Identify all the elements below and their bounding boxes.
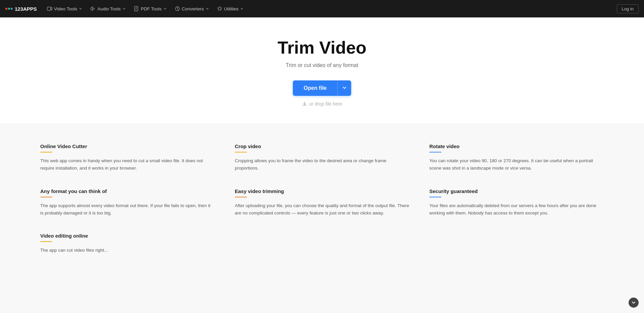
chevron-down-icon5 bbox=[240, 7, 244, 10]
feature-card: Security guaranteedYour files are automa… bbox=[429, 188, 604, 217]
feature-title: Rotate video bbox=[429, 143, 604, 149]
feature-card: Online Video CutterThis web app comes in… bbox=[40, 143, 215, 172]
chevron-down-icon3 bbox=[163, 7, 167, 10]
nav-converters-label: Converters bbox=[182, 6, 204, 11]
feature-body: This web app comes in handy when you nee… bbox=[40, 157, 215, 172]
chevron-down-icon4 bbox=[206, 7, 209, 10]
features-grid: Online Video CutterThis web app comes in… bbox=[40, 143, 604, 254]
page-subtitle: Trim or cut video of any format bbox=[7, 62, 637, 68]
brand-logo[interactable]: 123APPS bbox=[5, 6, 37, 12]
feature-card: Easy video trimmingAfter uploading your … bbox=[235, 188, 409, 217]
feature-card: Video editing onlineThe app can cut vide… bbox=[40, 233, 215, 254]
chevron-down-icon bbox=[79, 7, 82, 10]
feature-underline bbox=[40, 152, 52, 152]
feature-underline bbox=[429, 152, 441, 152]
drop-hint-text: or drop file here bbox=[309, 101, 342, 107]
feature-underline bbox=[40, 197, 52, 197]
nav-pdf-tools[interactable]: PDF Tools bbox=[130, 4, 170, 13]
feature-body: Cropping allows you to frame the video t… bbox=[235, 157, 409, 172]
feature-body: The app supports almost every video form… bbox=[40, 202, 215, 217]
dot-blue bbox=[11, 8, 13, 10]
nav-utilities[interactable]: Utilities bbox=[214, 4, 247, 13]
drop-hint: or drop file here bbox=[7, 101, 637, 107]
open-file-main-button[interactable]: Open file bbox=[293, 80, 337, 96]
nav-audio-tools-label: Audio Tools bbox=[97, 6, 121, 11]
feature-underline bbox=[235, 197, 247, 197]
nav-converters[interactable]: Converters bbox=[171, 4, 212, 13]
login-button[interactable]: Log in bbox=[617, 4, 639, 13]
nav-video-tools[interactable]: Video Tools bbox=[44, 4, 86, 13]
feature-title: Any format you can think of bbox=[40, 188, 215, 194]
nav-utilities-label: Utilities bbox=[224, 6, 239, 11]
nav-pdf-tools-label: PDF Tools bbox=[141, 6, 162, 11]
nav-video-tools-label: Video Tools bbox=[54, 6, 77, 11]
features-section: Online Video CutterThis web app comes in… bbox=[0, 123, 644, 267]
dot-green bbox=[8, 8, 10, 10]
page-title: Trim Video bbox=[7, 38, 637, 58]
chevron-down-icon2 bbox=[122, 7, 126, 10]
feature-title: Crop video bbox=[235, 143, 409, 149]
nav-items: Video Tools Audio Tools PDF Tools bbox=[44, 4, 617, 13]
svg-rect-0 bbox=[47, 7, 51, 10]
video-icon bbox=[47, 6, 52, 11]
feature-title: Online Video Cutter bbox=[40, 143, 215, 149]
feature-underline bbox=[429, 197, 441, 197]
logo-dots bbox=[5, 8, 13, 10]
dot-red bbox=[5, 8, 7, 10]
chevron-down-icon-white bbox=[342, 86, 346, 90]
feature-title: Easy video trimming bbox=[235, 188, 409, 194]
open-file-button-group: Open file bbox=[293, 80, 351, 96]
converters-icon bbox=[175, 6, 180, 11]
feature-body: After uploading your file, you can choos… bbox=[235, 202, 409, 217]
pdf-icon bbox=[134, 6, 139, 11]
feature-card: Crop videoCropping allows you to frame t… bbox=[235, 143, 409, 172]
nav-audio-tools[interactable]: Audio Tools bbox=[87, 4, 129, 13]
feature-underline bbox=[40, 241, 52, 242]
feature-body: The app can cut video files right... bbox=[40, 247, 215, 254]
feature-body: Your files are automatically deleted fro… bbox=[429, 202, 604, 217]
open-file-dropdown-button[interactable] bbox=[337, 80, 351, 96]
feature-underline bbox=[235, 152, 247, 152]
feature-title: Security guaranteed bbox=[429, 188, 604, 194]
hero-section: Trim Video Trim or cut video of any form… bbox=[0, 17, 644, 123]
feature-card: Any format you can think ofThe app suppo… bbox=[40, 188, 215, 217]
navbar: 123APPS Video Tools Audio Tools bbox=[0, 0, 644, 17]
feature-title: Video editing online bbox=[40, 233, 215, 239]
download-icon bbox=[302, 101, 307, 107]
utilities-icon bbox=[217, 6, 222, 11]
audio-icon bbox=[90, 6, 96, 11]
feature-body: You can rotate your video 90, 180 or 270… bbox=[429, 157, 604, 172]
feature-card: Rotate videoYou can rotate your video 90… bbox=[429, 143, 604, 172]
brand-name: 123APPS bbox=[15, 6, 37, 12]
